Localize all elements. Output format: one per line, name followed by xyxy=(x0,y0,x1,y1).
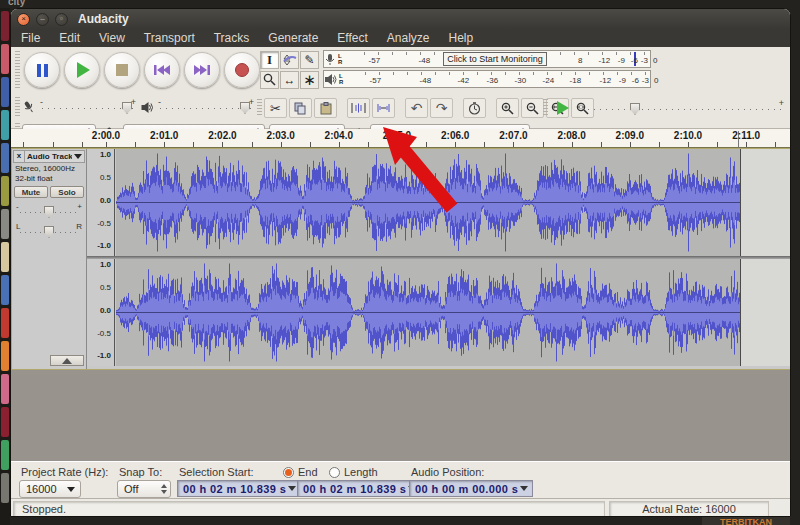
lr-labels: LR xyxy=(338,53,342,65)
minimize-icon[interactable]: – xyxy=(36,13,49,26)
track-collapse-button[interactable] xyxy=(50,355,84,366)
envelope-tool-button[interactable] xyxy=(280,51,299,69)
silence-audio-button[interactable] xyxy=(372,98,395,118)
menu-edit[interactable]: Edit xyxy=(59,31,80,45)
launcher-app-icon[interactable] xyxy=(1,242,9,272)
length-radio[interactable]: Length xyxy=(329,466,378,478)
skip-to-start-button[interactable] xyxy=(144,52,180,88)
input-volume-thumb[interactable] xyxy=(122,102,132,114)
timeline-label: 2:07.0 xyxy=(499,130,527,141)
output-volume-slider[interactable]: -+ xyxy=(160,100,252,114)
menu-analyze[interactable]: Analyze xyxy=(387,31,430,45)
recording-meter-scale: Click to Start Monitoring -57-488-12-9-6… xyxy=(344,51,650,67)
selection-start-field[interactable]: 00 h 02 m 10.839 s xyxy=(177,480,301,497)
audio-track[interactable]: x Audio Track Stereo, 16000Hz 32-bit flo… xyxy=(11,148,791,370)
menu-generate[interactable]: Generate xyxy=(268,31,318,45)
cut-button[interactable]: ✂ xyxy=(264,98,287,118)
track-pan-slider[interactable]: L R xyxy=(20,222,78,238)
meter-tick-label: -42 xyxy=(458,76,470,85)
record-button[interactable] xyxy=(224,52,260,88)
launcher-app-icon[interactable] xyxy=(1,374,9,404)
menu-help[interactable]: Help xyxy=(449,31,474,45)
track-header[interactable]: x Audio Track xyxy=(13,150,85,163)
launcher-app-icon[interactable] xyxy=(1,44,9,74)
recording-meter[interactable]: LR Click to Start Monitoring -57-488-12-… xyxy=(323,50,651,68)
toolbar-grip[interactable] xyxy=(257,99,262,117)
playback-speed-slider[interactable]: -+ xyxy=(582,101,782,115)
menu-file[interactable]: File xyxy=(21,31,40,45)
track-gain-slider[interactable]: - + xyxy=(20,202,78,218)
selection-end-field[interactable]: 00 h 02 m 10.839 s xyxy=(297,480,421,497)
solo-button[interactable]: Solo xyxy=(50,186,84,198)
maximize-icon[interactable]: ▫ xyxy=(55,13,68,26)
toolbar-grip[interactable] xyxy=(543,99,548,117)
output-volume-thumb[interactable] xyxy=(240,102,250,114)
launcher-app-icon[interactable] xyxy=(1,440,9,470)
launcher-app-icon[interactable] xyxy=(1,11,9,41)
pan-thumb[interactable] xyxy=(44,226,54,238)
meter-tick-label: -18 xyxy=(570,76,582,85)
timeline-label: 2:09.0 xyxy=(616,130,644,141)
close-icon[interactable]: × xyxy=(17,13,30,26)
input-volume-slider[interactable]: -+ xyxy=(42,100,134,114)
play-button[interactable] xyxy=(64,52,100,88)
launcher-app-icon[interactable] xyxy=(1,407,9,437)
title-bar[interactable]: × – ▫ Audacity xyxy=(11,9,791,29)
menu-tracks[interactable]: Tracks xyxy=(214,31,250,45)
project-rate-select[interactable]: 16000 xyxy=(19,480,81,498)
timeline-ruler[interactable]: 2:00.02:01.02:02.02:03.02:04.02:05.02:06… xyxy=(11,129,791,148)
waveform-left-channel[interactable] xyxy=(116,149,791,256)
gain-thumb[interactable] xyxy=(44,206,54,218)
sync-lock-button[interactable] xyxy=(463,98,486,118)
launcher-app-icon[interactable] xyxy=(1,341,9,371)
mute-button[interactable]: Mute xyxy=(14,186,48,198)
launcher-app-icon[interactable] xyxy=(1,209,9,239)
track-menu-chevron-icon[interactable] xyxy=(74,154,82,159)
selection-tool-button[interactable]: I xyxy=(260,51,279,69)
draw-tool-button[interactable]: ✎ xyxy=(300,51,319,69)
launcher-app-icon[interactable] xyxy=(1,143,9,173)
launcher-app-icon[interactable] xyxy=(1,176,9,206)
multi-tool-button[interactable]: ∗ xyxy=(300,71,319,89)
launcher-app-icon[interactable] xyxy=(1,77,9,107)
waveform-right-channel[interactable] xyxy=(116,259,791,366)
toolbar-grip[interactable] xyxy=(15,51,20,89)
play-at-speed-button[interactable] xyxy=(550,98,576,118)
undo-button[interactable]: ↶ xyxy=(405,98,428,118)
status-bar: Stopped. Actual Rate: 16000 xyxy=(11,498,791,517)
zoom-in-icon xyxy=(501,102,514,115)
trim-audio-button[interactable] xyxy=(347,98,370,118)
track-close-button[interactable]: x xyxy=(14,151,25,162)
zoom-tool-button[interactable] xyxy=(260,71,279,89)
track-area[interactable]: x Audio Track Stereo, 16000Hz 32-bit flo… xyxy=(11,148,791,461)
redo-button[interactable]: ↷ xyxy=(430,98,453,118)
speaker-icon xyxy=(140,101,154,114)
magnifier-icon xyxy=(263,73,276,86)
amplitude-label: -1.0 xyxy=(97,351,111,360)
stop-button[interactable] xyxy=(104,52,140,88)
skip-to-end-button[interactable] xyxy=(184,52,220,88)
end-radio[interactable]: End xyxy=(283,466,318,478)
clock-icon xyxy=(468,102,481,115)
audio-position-field[interactable]: 00 h 00 m 00.000 s xyxy=(409,480,533,497)
paste-button[interactable] xyxy=(314,98,337,118)
launcher-app-icon[interactable] xyxy=(1,308,9,338)
toolbar-grip[interactable] xyxy=(15,97,20,117)
copy-button[interactable] xyxy=(289,98,312,118)
zoom-in-button[interactable] xyxy=(496,98,519,118)
plus-label: + xyxy=(779,98,784,108)
snap-to-select[interactable]: Off xyxy=(117,480,171,498)
launcher-app-icon[interactable] xyxy=(1,275,9,305)
playback-meter[interactable]: LR -57-48-42-36-30-24-18-12-9-6-30 xyxy=(323,70,651,88)
launcher-app-icon[interactable] xyxy=(1,473,9,503)
time-shift-tool-button[interactable]: ↔ xyxy=(280,71,299,89)
pause-button[interactable] xyxy=(24,52,60,88)
menu-view[interactable]: View xyxy=(99,31,125,45)
launcher-app-icon[interactable] xyxy=(1,110,9,140)
start-monitoring-button[interactable]: Click to Start Monitoring xyxy=(443,52,547,66)
menu-effect[interactable]: Effect xyxy=(337,31,367,45)
tools-toolbar: I ✎ ↔ ∗ xyxy=(259,50,321,90)
stop-icon xyxy=(116,64,128,76)
speed-thumb[interactable] xyxy=(630,103,640,115)
menu-transport[interactable]: Transport xyxy=(144,31,195,45)
